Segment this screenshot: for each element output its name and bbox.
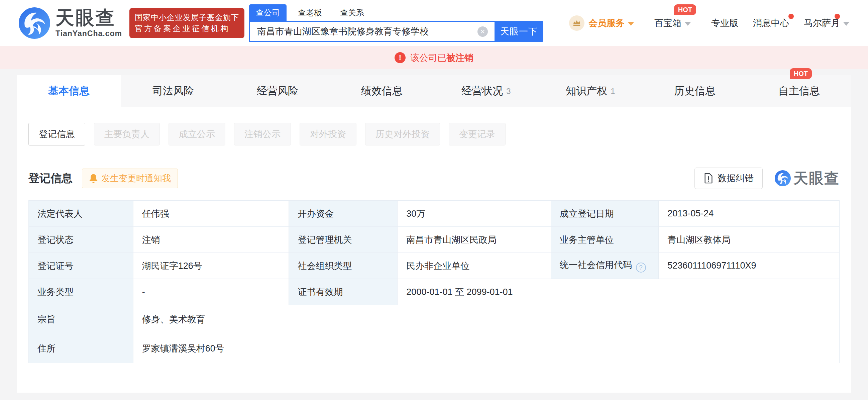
field-value: 30万 xyxy=(398,201,551,227)
tianyancha-swirl-icon xyxy=(775,170,791,186)
field-value: 修身、美术教育 xyxy=(133,305,839,334)
main-tabbar: 基本信息 司法风险 经营风险 绩效信息 经营状况3 知识产权1 历史信息 HOT… xyxy=(17,75,851,107)
watermark-text: 天眼查 xyxy=(794,168,840,188)
field-value: 任伟强 xyxy=(133,201,289,227)
help-icon[interactable]: ? xyxy=(636,263,646,273)
field-value: 2013-05-24 xyxy=(659,201,840,227)
search-input[interactable] xyxy=(249,21,495,42)
field-label: 成立登记日期 xyxy=(551,201,659,227)
alert-text: 该公司已被注销 xyxy=(410,52,473,64)
field-label: 宗旨 xyxy=(29,305,133,334)
chevron-down-icon xyxy=(843,22,849,26)
pill-historical-investment[interactable]: 历史对外投资 xyxy=(365,123,440,146)
tab-history-info[interactable]: 历史信息 xyxy=(643,75,747,107)
search-tab-relation[interactable]: 查关系 xyxy=(333,4,371,21)
data-correction-button[interactable]: 数据纠错 xyxy=(694,167,763,189)
registration-info-table: 法定代表人 任伟强 开办资金 30万 成立登记日期 2013-05-24 登记状… xyxy=(28,200,840,363)
table-row: 登记证号 湖民证字126号 社会组织类型 民办非企业单位 统一社会信用代码? 5… xyxy=(29,253,840,279)
tab-basic-info[interactable]: 基本信息 xyxy=(17,75,121,107)
tab-intellectual-property[interactable]: 知识产权1 xyxy=(538,75,643,107)
pro-label: 专业版 xyxy=(711,17,738,29)
tab-self-published-info[interactable]: HOT自主信息 xyxy=(747,75,851,107)
field-label: 住所 xyxy=(29,334,133,363)
nav-pro-version[interactable]: 专业版 xyxy=(711,17,738,29)
tab-performance-info[interactable]: 绩效信息 xyxy=(330,75,434,107)
logo-title: 天眼查 xyxy=(56,8,122,28)
pill-establishment-notice[interactable]: 成立公示 xyxy=(168,123,225,146)
nav-message-center[interactable]: 消息中心 xyxy=(753,17,789,29)
pill-cancellation-notice[interactable]: 注销公示 xyxy=(234,123,291,146)
alert-icon: ! xyxy=(395,52,406,63)
tab-judicial-risk[interactable]: 司法风险 xyxy=(121,75,225,107)
notification-dot xyxy=(835,14,840,19)
table-row: 登记状态 注销 登记管理机关 南昌市青山湖区民政局 业务主管单位 青山湖区教体局 xyxy=(29,227,840,253)
logo-domain: TianYanCha.com xyxy=(56,29,122,38)
toolbox-label: 百宝箱 xyxy=(654,17,681,29)
field-label: 业务主管单位 xyxy=(551,227,659,253)
search-button[interactable]: 天眼一下 xyxy=(495,21,543,42)
pill-registration-info[interactable]: 登记信息 xyxy=(28,123,85,146)
section-title: 登记信息 xyxy=(28,171,72,186)
crown-icon xyxy=(569,16,585,31)
field-value: 青山湖区教体局 xyxy=(659,227,840,253)
header-nav: 会员服务 HOT 百宝箱 专业版 消息中心 马尔萨月 xyxy=(569,16,849,31)
tianyancha-swirl-icon xyxy=(19,7,50,39)
tab-operation-risk[interactable]: 经营风险 xyxy=(225,75,330,107)
field-label: 统一社会信用代码? xyxy=(551,253,659,279)
hot-badge: HOT xyxy=(790,68,812,79)
bell-icon xyxy=(89,174,98,183)
notification-dot xyxy=(788,14,794,19)
field-label: 登记管理机关 xyxy=(289,227,398,253)
field-label: 法定代表人 xyxy=(29,201,133,227)
search-tabs: 查公司 查老板 查关系 xyxy=(249,4,543,21)
field-value: 2000-01-01 至 2099-01-01 xyxy=(398,279,840,305)
company-detail-card: 基本信息 司法风险 经营风险 绩效信息 经营状况3 知识产权1 历史信息 HOT… xyxy=(17,75,851,393)
field-value: 民办非企业单位 xyxy=(398,253,551,279)
field-label: 登记证号 xyxy=(29,253,133,279)
tianyancha-logo[interactable]: 天眼查 TianYanCha.com xyxy=(19,7,122,39)
registration-status-value: 注销 xyxy=(133,227,289,253)
field-label: 登记状态 xyxy=(29,227,133,253)
tab-content: 登记信息 主要负责人 成立公示 注销公示 对外投资 历史对外投资 变更记录 登记… xyxy=(17,107,851,393)
page-body: 基本信息 司法风险 经营风险 绩效信息 经营状况3 知识产权1 历史信息 HOT… xyxy=(0,69,868,400)
table-row: 宗旨 修身、美术教育 xyxy=(29,305,840,334)
nav-divider xyxy=(701,18,701,29)
table-row: 业务类型 - 证书有效期 2000-01-01 至 2099-01-01 xyxy=(29,279,840,305)
table-row: 法定代表人 任伟强 开办资金 30万 成立登记日期 2013-05-24 xyxy=(29,201,840,227)
search-area: 查公司 查老板 查关系 ✕ 天眼一下 xyxy=(249,4,543,42)
pill-principal[interactable]: 主要负责人 xyxy=(94,123,160,146)
chevron-down-icon xyxy=(685,22,691,26)
field-label: 开办资金 xyxy=(289,201,398,227)
tab-operation-status[interactable]: 经营状况3 xyxy=(434,75,538,107)
nav-vip-services[interactable]: 会员服务 xyxy=(569,16,634,31)
field-value: 5236011106971110X9 xyxy=(659,253,840,279)
gov-certification-badge: 国家中小企业发展子基金旗下 官方备案企业征信机构 xyxy=(129,8,244,38)
nav-user-menu[interactable]: 马尔萨月 xyxy=(804,17,849,29)
tianyancha-watermark: 天眼查 xyxy=(775,168,840,188)
section-gap xyxy=(17,393,851,400)
tab-count: 3 xyxy=(506,87,510,96)
pill-outbound-investment[interactable]: 对外投资 xyxy=(300,123,356,146)
search-tab-company[interactable]: 查公司 xyxy=(249,4,286,21)
messages-label: 消息中心 xyxy=(753,17,789,29)
document-alert-icon xyxy=(704,173,714,184)
nav-toolbox[interactable]: HOT 百宝箱 xyxy=(654,17,691,29)
gov-badge-line2: 官方备案企业征信机构 xyxy=(135,23,239,34)
field-value: 南昌市青山湖区民政局 xyxy=(398,227,551,253)
username: 马尔萨月 xyxy=(804,17,840,29)
field-label: 社会组织类型 xyxy=(289,253,398,279)
chevron-down-icon xyxy=(628,22,634,26)
clear-search-icon[interactable]: ✕ xyxy=(477,26,488,37)
tab-count: 1 xyxy=(611,87,615,96)
field-value: 罗家镇濡溪吴村60号 xyxy=(133,334,839,363)
hot-badge: HOT xyxy=(674,4,696,15)
notify-on-change-button[interactable]: 发生变更时通知我 xyxy=(82,168,178,188)
field-label: 证书有效期 xyxy=(289,279,398,305)
subsection-pills: 登记信息 主要负责人 成立公示 注销公示 对外投资 历史对外投资 变更记录 xyxy=(28,107,840,146)
pill-change-records[interactable]: 变更记录 xyxy=(449,123,505,146)
field-value: 湖民证字126号 xyxy=(133,253,289,279)
site-header: 天眼查 TianYanCha.com 国家中小企业发展子基金旗下 官方备案企业征… xyxy=(0,0,868,46)
registration-section-header: 登记信息 发生变更时通知我 数据纠错 天眼查 xyxy=(28,167,840,189)
search-tab-boss[interactable]: 查老板 xyxy=(291,4,329,21)
field-label: 业务类型 xyxy=(29,279,133,305)
